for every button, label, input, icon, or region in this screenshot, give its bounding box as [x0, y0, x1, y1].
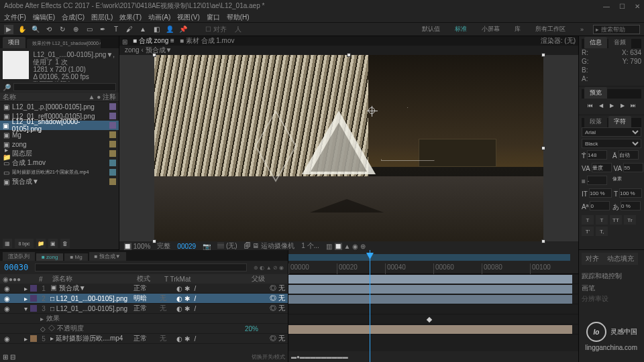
workspace-more-icon[interactable]: » — [575, 26, 589, 33]
channel-dropdown[interactable]: ▤ (无) — [217, 241, 237, 251]
menu-help[interactable]: 帮助(H) — [227, 13, 250, 22]
character-tab[interactable]: 字符 — [608, 116, 631, 127]
rect-tool-icon[interactable]: ▭ — [85, 25, 94, 34]
motion-fill-tab[interactable]: 动态填充 — [603, 253, 638, 265]
paragraph-tab[interactable]: 段落 — [584, 116, 607, 127]
viewer-tab-comp[interactable]: ■ 合成 zong ≡ — [133, 36, 174, 46]
timeline-tab-mg[interactable]: ■ Mg — [64, 253, 87, 261]
track-matte[interactable]: 无 — [160, 334, 173, 343]
parent-dropdown[interactable]: ◎ 无 — [270, 334, 285, 343]
current-timecode[interactable]: 00030 — [4, 263, 28, 272]
layer-switches[interactable]: ◐✱/ — [176, 335, 199, 342]
layer-property[interactable]: ▸ 效果 — [0, 314, 288, 324]
track-row[interactable] — [288, 304, 578, 314]
puppet-tool-icon[interactable]: 📌 — [178, 25, 188, 34]
text-tool-icon[interactable]: T — [111, 25, 121, 34]
track-row[interactable] — [288, 274, 578, 284]
bpc-button[interactable]: 8 bpc — [15, 239, 34, 248]
layer-bar[interactable] — [288, 295, 572, 304]
maximize-icon[interactable]: ☐ — [619, 3, 625, 10]
project-item[interactable]: ▣L12_01_shadow[0000-0105].png — [0, 121, 119, 130]
transform-handle[interactable] — [347, 53, 351, 57]
col-source[interactable]: 源名称 — [52, 274, 133, 284]
keyframe-icon[interactable] — [427, 317, 432, 322]
label-color[interactable] — [30, 285, 37, 292]
menu-composition[interactable]: 合成(C) — [62, 13, 85, 22]
parent-dropdown[interactable]: ◎ 无 — [270, 294, 285, 303]
align-tab[interactable]: 对齐 — [582, 253, 603, 265]
visibility-icon[interactable]: ◉ — [3, 295, 11, 302]
timeline-tab-zong[interactable]: ■ zong — [36, 253, 63, 261]
zoom-out-icon[interactable]: ▬●▬▬▬▬▬▬▬▬▬ — [291, 354, 348, 360]
timeline-zoom-bar[interactable]: ▬●▬▬▬▬▬▬▬▬▬ — [288, 351, 578, 362]
preview-frame[interactable] — [154, 55, 543, 241]
zoom-dropdown[interactable]: 🔲 100% — [123, 243, 150, 250]
visibility-icon[interactable]: ◉ — [3, 335, 11, 343]
viewport[interactable] — [119, 55, 578, 241]
prev-frame-icon[interactable]: ◀ — [597, 101, 605, 109]
timeline-track-area[interactable]: 00000 00020 00040 00060 00080 00100 ▬●▬▬… — [288, 250, 578, 362]
superscript-button[interactable]: T' — [582, 227, 594, 236]
views-dropdown[interactable]: 1 个... — [301, 241, 319, 251]
help-search-input[interactable] — [593, 25, 640, 34]
transform-handle[interactable] — [152, 239, 156, 243]
font-family-select[interactable]: Arial — [582, 127, 641, 137]
rotate-tool-icon[interactable]: ↻ — [58, 25, 67, 34]
effect-controls-tab[interactable]: 效果控件 L12_01_shadow[0000-0105] ≡ — [27, 39, 101, 48]
track-row[interactable] — [288, 294, 578, 304]
info-tab[interactable]: 信息 — [584, 37, 607, 48]
project-item[interactable]: ▭合成 1.mov — [0, 158, 119, 168]
next-frame-icon[interactable]: ▶ — [619, 101, 627, 109]
layer-property[interactable]: ◇ ◇ 不透明度 20% — [0, 324, 288, 334]
track-row[interactable] — [288, 284, 578, 294]
project-item[interactable]: ▣预合成▼ — [0, 177, 119, 186]
orbit-tool-icon[interactable]: ⟲ — [44, 25, 54, 34]
layer-switches[interactable]: ◐✱/ — [176, 295, 199, 302]
layer-name[interactable]: ▣ 预合成▼ — [50, 284, 131, 293]
project-search-input[interactable] — [13, 83, 116, 91]
track-row[interactable] — [288, 314, 578, 324]
viewer-extras[interactable]: ▥ 🔲 ▲ ◉ ⊕ — [326, 243, 366, 250]
timeline-search-input[interactable] — [35, 263, 247, 272]
project-item[interactable]: ▭延时摄影游历欧洲21个国家景点.mp4 — [0, 168, 119, 177]
menu-edit[interactable]: 编辑(E) — [33, 13, 55, 22]
blend-mode[interactable]: 正常 — [133, 334, 157, 343]
timeline-toggle-icon[interactable]: ⊞ ⊟ — [3, 353, 15, 361]
new-folder-icon[interactable]: 📁 — [36, 239, 46, 248]
first-frame-icon[interactable]: ⏮ — [586, 101, 594, 109]
minimize-icon[interactable]: — — [603, 3, 610, 10]
toggle-switches-button[interactable]: 切换开关/模式 — [252, 353, 285, 361]
tsume-input[interactable] — [621, 201, 641, 210]
roto-tool-icon[interactable]: 👤 — [165, 25, 174, 34]
snap-label[interactable]: ☐ 对齐 — [205, 25, 227, 34]
layer-bar[interactable] — [288, 285, 572, 294]
layer-switches[interactable]: ◐✱/ — [176, 305, 199, 312]
menu-animation[interactable]: 动画(A) — [148, 13, 170, 22]
snapshot-icon[interactable]: 📷 — [203, 243, 211, 250]
workspace-standard[interactable]: 标准 — [449, 25, 472, 34]
layer-switches[interactable]: ◐✱/ — [176, 285, 199, 292]
menu-view[interactable]: 视图(V) — [177, 13, 199, 22]
track-matte[interactable]: 无 — [160, 294, 173, 303]
blend-mode[interactable]: 明暗 — [133, 294, 157, 303]
baseline-input[interactable] — [590, 201, 610, 210]
font-style-select[interactable]: Black — [582, 139, 641, 148]
brush-tool-icon[interactable]: 🖌 — [125, 25, 134, 34]
play-icon[interactable]: ▶ — [608, 101, 616, 109]
new-comp-icon[interactable]: ▣ — [48, 239, 58, 248]
tracking-input[interactable] — [623, 163, 643, 172]
stopwatch-icon[interactable]: ◇ — [40, 325, 46, 333]
workspace-all[interactable]: 所有工作区 — [530, 25, 571, 34]
twirl-icon[interactable]: ▾ — [24, 305, 28, 312]
kerning-input[interactable] — [592, 163, 612, 172]
layer-row[interactable]: ◉ ▾ 3 □ L12_01_...00-0105].png 正常 无 ◐✱/ … — [0, 304, 288, 314]
visibility-icon[interactable]: ◉ — [3, 285, 11, 292]
selection-tool-icon[interactable]: ▶ — [4, 25, 13, 34]
col-mode[interactable]: 模式 — [137, 274, 160, 284]
layer-name[interactable]: ▸ 延时摄影游历欧....mp4 — [50, 334, 131, 343]
stroke-input[interactable] — [587, 176, 607, 185]
hscale-input[interactable] — [619, 188, 642, 198]
twirl-icon[interactable]: ▸ — [40, 315, 44, 322]
transform-handle[interactable] — [541, 146, 545, 150]
col-parent[interactable]: 父级 — [252, 274, 285, 284]
